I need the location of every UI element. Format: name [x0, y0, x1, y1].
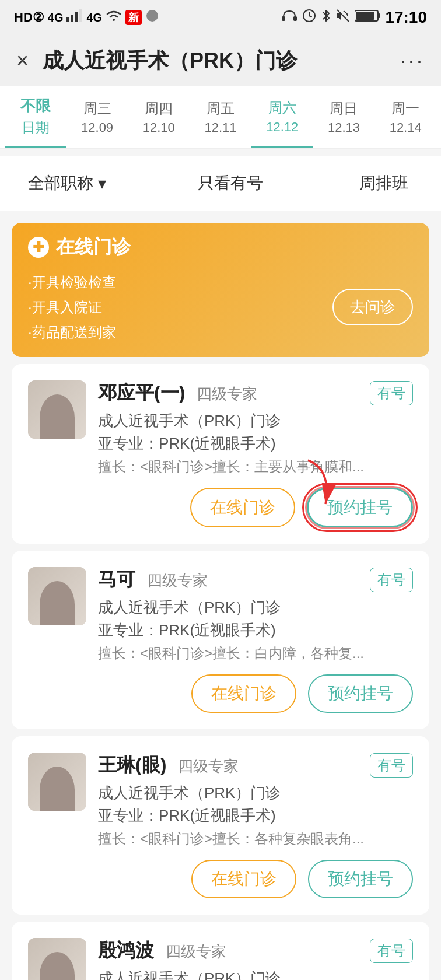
doctor-dept-1: 成人近视手术（PRK）门诊: [98, 597, 413, 618]
doctor-level-1: 四级专家: [147, 572, 208, 589]
svg-line-9: [309, 16, 312, 17]
appointment-button-0[interactable]: 预约挂号: [307, 488, 413, 527]
doctor-name-row-3: 殷鸿波 四级专家 有号: [98, 938, 413, 964]
title-bar: × 成人近视手术（PRK）门诊 ···: [0, 35, 441, 86]
doctor-badge-2: 有号: [370, 753, 413, 778]
svg-rect-5: [282, 16, 285, 21]
svg-point-4: [146, 10, 158, 22]
appoint-btn-wrapper-0: 预约挂号: [307, 488, 413, 527]
doctor-badge-0: 有号: [370, 381, 413, 405]
online-clinic-title: 在线门诊: [56, 235, 131, 260]
main-content: ✚ 在线门诊 ·开具检验检查 ·开具入院证 ·药品配送到家 去问诊: [0, 223, 441, 980]
time-display: 17:10: [385, 8, 427, 27]
svg-rect-1: [71, 15, 74, 22]
status-bar: HD② 4G 4G 新 17:10: [0, 0, 441, 35]
doctor-avatar-3: [28, 938, 86, 980]
feature-3: ·药品配送到家: [28, 320, 116, 345]
doctor-card-0: 邓应平(一) 四级专家 有号 成人近视手术（PRK）门诊 亚专业：PRK(近视眼…: [12, 364, 429, 544]
doctor-avatar-1: [28, 567, 86, 625]
doctor-level-0: 四级专家: [197, 385, 257, 402]
date-tabs: 不限 日期 周三 12.09 周四 12.10 周五 12.11 周六 12.1…: [0, 86, 441, 149]
doctor-desc-1: 擅长：<眼科门诊>擅长：白内障，各种复...: [98, 644, 413, 663]
doctor-dept-0: 成人近视手术（PRK）门诊: [98, 411, 413, 431]
tab-sat[interactable]: 周六 12.12: [251, 86, 313, 148]
doctor-specialty-2: 亚专业：PRK(近视眼手术): [98, 806, 413, 826]
doctor-badge-1: 有号: [370, 568, 413, 592]
doctor-info-0: 邓应平(一) 四级专家 有号 成人近视手术（PRK）门诊 亚专业：PRK(近视眼…: [98, 380, 413, 476]
tab-mon-top: 周一: [391, 99, 419, 118]
doctor-card-2: 王琳(眼) 四级专家 有号 成人近视手术（PRK）门诊 亚专业：PRK(近视眼手…: [12, 736, 429, 915]
doctor-info-3: 殷鸿波 四级专家 有号 成人近视手术（PRK）门诊 亚专业：PRK(近视眼手术)…: [98, 938, 413, 980]
online-banner-header: ✚ 在线门诊: [28, 235, 413, 260]
doctor-name-level-3: 殷鸿波 四级专家: [98, 938, 226, 964]
hd-icon: HD②: [14, 10, 44, 25]
doctor-name-0: 邓应平(一): [98, 382, 185, 403]
doctor-card-3: 殷鸿波 四级专家 有号 成人近视手术（PRK）门诊 亚专业：PRK(近视眼手术)…: [12, 922, 429, 980]
svg-rect-0: [66, 18, 69, 22]
doctor-desc-2: 擅长：<眼科门诊>擅长：各种复杂眼表角...: [98, 830, 413, 848]
doctor-info-2: 王琳(眼) 四级专家 有号 成人近视手术（PRK）门诊 亚专业：PRK(近视眼手…: [98, 752, 413, 848]
status-right: 17:10: [281, 8, 427, 27]
chevron-down-icon: ▾: [98, 174, 106, 193]
title-filter-button[interactable]: 全部职称 ▾: [19, 167, 116, 199]
tab-mon[interactable]: 周一 12.14: [374, 86, 436, 148]
online-clinic-banner: ✚ 在线门诊 ·开具检验检查 ·开具入院证 ·药品配送到家 去问诊: [12, 223, 429, 357]
svg-rect-2: [75, 12, 78, 22]
svg-rect-13: [356, 12, 374, 20]
tab-unlimited-bottom: 日期: [22, 118, 50, 137]
doctor-badge-3: 有号: [370, 939, 413, 963]
tab-fri-top: 周五: [206, 99, 235, 118]
tab-wed[interactable]: 周三 12.09: [66, 86, 128, 148]
doctor-specialty-0: 亚专业：PRK(近视眼手术): [98, 433, 413, 454]
signal-bars-icon: [66, 9, 83, 26]
tab-mon-bottom: 12.14: [390, 120, 422, 135]
doctor-actions-1: 在线门诊 预约挂号: [28, 674, 413, 713]
doctor-actions-0: 在线门诊 预约挂号: [28, 488, 413, 527]
feature-2: ·开具入院证: [28, 295, 116, 320]
tab-sun-top: 周日: [330, 99, 358, 118]
tab-fri[interactable]: 周五 12.11: [190, 86, 251, 148]
doctor-card-top-2: 王琳(眼) 四级专家 有号 成人近视手术（PRK）门诊 亚专业：PRK(近视眼手…: [28, 752, 413, 848]
battery-icon: [355, 9, 380, 26]
tab-unlimited[interactable]: 不限 日期: [5, 86, 66, 148]
doctor-card-top-1: 马可 四级专家 有号 成人近视手术（PRK）门诊 亚专业：PRK(近视眼手术) …: [28, 567, 413, 663]
appointment-button-2[interactable]: 预约挂号: [308, 860, 413, 898]
weekly-schedule-button[interactable]: 周排班: [345, 167, 422, 199]
svg-rect-3: [79, 9, 82, 22]
tab-thu-top: 周四: [145, 99, 173, 118]
doctor-name-row-0: 邓应平(一) 四级专家 有号: [98, 380, 413, 406]
online-clinic-button-0[interactable]: 在线门诊: [190, 488, 295, 527]
tab-fri-bottom: 12.11: [204, 120, 236, 135]
online-clinic-button-2[interactable]: 在线门诊: [191, 860, 296, 898]
svg-rect-12: [378, 13, 380, 18]
signal-4g-2-icon: 4G: [86, 11, 102, 24]
more-button[interactable]: ···: [400, 48, 425, 73]
svg-rect-6: [293, 16, 297, 21]
mute-icon: [336, 9, 350, 26]
tab-thu[interactable]: 周四 12.10: [128, 86, 190, 148]
goto-consultation-button[interactable]: 去问诊: [332, 289, 413, 326]
close-button[interactable]: ×: [16, 48, 29, 73]
tab-sun[interactable]: 周日 12.13: [313, 86, 375, 148]
status-left: HD② 4G 4G 新: [14, 9, 159, 26]
tab-sun-bottom: 12.13: [328, 120, 360, 135]
medical-cross-icon: ✚: [28, 237, 49, 258]
doctor-avatar-2: [28, 752, 86, 811]
doctor-dept-2: 成人近视手术（PRK）门诊: [98, 783, 413, 803]
available-filter-button[interactable]: 只看有号: [184, 167, 277, 199]
doctor-name-level: 邓应平(一) 四级专家: [98, 380, 257, 406]
doctor-name-row-1: 马可 四级专家 有号: [98, 567, 413, 593]
tab-sat-bottom: 12.12: [266, 120, 298, 135]
appointment-button-1[interactable]: 预约挂号: [308, 674, 413, 713]
doctor-dept-3: 成人近视手术（PRK）门诊: [98, 968, 413, 980]
tab-sat-top: 周六: [268, 99, 296, 117]
doctor-card-top-3: 殷鸿波 四级专家 有号 成人近视手术（PRK）门诊 亚专业：PRK(近视眼手术)…: [28, 938, 413, 980]
signal-4g-icon: 4G: [48, 11, 64, 24]
doctor-level-3: 四级专家: [166, 943, 226, 960]
online-clinic-button-1[interactable]: 在线门诊: [191, 674, 296, 713]
online-features: ·开具检验检查 ·开具入院证 ·药品配送到家: [28, 270, 116, 345]
doctor-name-2: 王琳(眼): [98, 754, 166, 775]
feature-1: ·开具检验检查: [28, 270, 116, 295]
doctor-name-level-1: 马可 四级专家: [98, 567, 208, 593]
online-banner-body: ·开具检验检查 ·开具入院证 ·药品配送到家 去问诊: [28, 270, 413, 345]
